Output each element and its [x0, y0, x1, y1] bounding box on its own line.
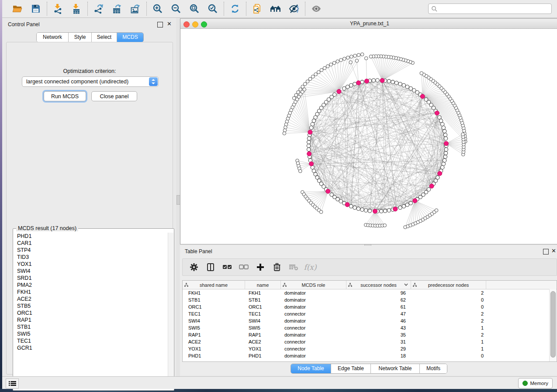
network-node[interactable] — [391, 80, 394, 84]
export-table-icon[interactable] — [111, 3, 123, 14]
network-node[interactable] — [436, 175, 439, 179]
network-node[interactable] — [444, 148, 448, 151]
network-leaf-node[interactable] — [346, 56, 350, 59]
network-node[interactable] — [405, 203, 409, 206]
table-row[interactable]: ACE2ACE2connector311 — [183, 338, 557, 345]
network-node[interactable] — [380, 210, 383, 213]
mcds-hub-node[interactable] — [309, 162, 314, 166]
network-node[interactable] — [314, 116, 317, 119]
network-leaf-node[interactable] — [317, 71, 320, 74]
network-node[interactable] — [443, 158, 446, 162]
zoom-selected-icon[interactable] — [207, 3, 218, 14]
network-leaf-node[interactable] — [360, 53, 364, 56]
close-panel-button[interactable]: Close panel — [91, 91, 137, 101]
tab-style[interactable]: Style — [69, 33, 92, 42]
network-node[interactable] — [307, 140, 311, 144]
network-leaf-node[interactable] — [308, 77, 312, 81]
network-leaf-node[interactable] — [329, 63, 333, 66]
network-node[interactable] — [383, 209, 387, 213]
network-leaf-node[interactable] — [353, 54, 357, 58]
select-all-rows-icon[interactable] — [222, 262, 232, 272]
network-canvas[interactable] — [180, 29, 557, 244]
network-node[interactable] — [339, 199, 343, 203]
mcds-result-item[interactable]: PHD1 — [14, 233, 167, 240]
table-row[interactable]: PHD1PHD1dominator180 — [183, 352, 557, 359]
network-node[interactable] — [360, 80, 364, 84]
mcds-result-item[interactable]: STB5 — [14, 303, 167, 309]
tab-motifs[interactable]: Motifs — [420, 364, 447, 373]
show-columns-icon[interactable] — [205, 262, 216, 272]
network-leaf-node[interactable] — [336, 60, 339, 63]
close-table-panel-icon[interactable]: ✕ — [551, 248, 556, 254]
network-node[interactable] — [438, 116, 441, 119]
column-header-shared-name[interactable]: shared name — [183, 281, 245, 289]
column-header-mcds-role[interactable]: MCDS role — [281, 281, 346, 289]
memory-button[interactable]: Memory — [518, 378, 553, 389]
network-leaf-node[interactable] — [383, 224, 387, 227]
network-leaf-node[interactable] — [306, 80, 309, 83]
mcds-result-item[interactable]: FKH1 — [14, 289, 167, 296]
network-node[interactable] — [402, 204, 405, 208]
mcds-hub-node[interactable] — [435, 111, 439, 115]
network-node[interactable] — [343, 87, 346, 90]
table-row[interactable]: SWI4SWI4dominator462 — [183, 317, 557, 324]
table-row[interactable]: TEC1TEC1connector472 — [183, 310, 557, 317]
network-leaf-node[interactable] — [326, 65, 329, 68]
network-node[interactable] — [398, 206, 402, 209]
network-node[interactable] — [442, 126, 445, 129]
network-node[interactable] — [427, 188, 430, 191]
column-header-successor-nodes[interactable]: successor nodes — [346, 281, 411, 289]
search-input[interactable] — [439, 4, 550, 14]
delete-column-icon[interactable] — [272, 262, 282, 272]
network-leaf-node[interactable] — [332, 61, 336, 65]
function-builder-icon[interactable]: f(x) — [305, 262, 315, 272]
network-node[interactable] — [307, 137, 311, 140]
mcds-result-item[interactable]: SWI4 — [14, 268, 167, 275]
network-node[interactable] — [312, 119, 315, 122]
network-leaf-node[interactable] — [320, 69, 323, 72]
mcds-result-item[interactable]: CAR1 — [14, 240, 167, 247]
mcds-hub-node[interactable] — [364, 79, 369, 83]
mcds-hub-node[interactable] — [307, 151, 311, 156]
network-node[interactable] — [439, 119, 443, 122]
mcds-result-item[interactable]: GCR1 — [14, 344, 167, 351]
first-neighbors-icon[interactable] — [270, 3, 281, 14]
mcds-result-item[interactable]: ACE2 — [14, 296, 167, 303]
table-row[interactable]: STB1STB1dominator620 — [183, 296, 557, 303]
network-leaf-node[interactable] — [339, 58, 343, 62]
deselect-all-rows-icon[interactable] — [239, 262, 249, 272]
zoom-in-icon[interactable] — [152, 3, 163, 14]
table-row[interactable]: FKH1FKH1dominator962 — [183, 289, 557, 296]
network-node[interactable] — [405, 85, 409, 89]
network-node[interactable] — [402, 83, 405, 87]
clone-network-icon[interactable] — [252, 3, 263, 14]
tab-node-table[interactable]: Node Table — [291, 364, 331, 373]
network-node[interactable] — [311, 122, 314, 126]
mcds-hub-node[interactable] — [337, 89, 341, 94]
mcds-result-item[interactable]: PMA2 — [14, 282, 167, 289]
mcds-result-item[interactable]: STP4 — [14, 247, 167, 254]
mcds-result-item[interactable]: YOX1 — [14, 261, 167, 268]
export-network-icon[interactable] — [93, 3, 104, 14]
network-leaf-node[interactable] — [311, 75, 315, 79]
network-node[interactable] — [398, 82, 402, 86]
network-node[interactable] — [349, 204, 353, 208]
network-leaf-node[interactable] — [357, 53, 360, 57]
mcds-result-item[interactable]: SRD1 — [14, 275, 167, 282]
network-node[interactable] — [312, 169, 315, 172]
mcds-list-scrollbar[interactable] — [168, 233, 173, 386]
network-leaf-node[interactable] — [299, 169, 302, 173]
network-leaf-node[interactable] — [369, 55, 373, 58]
mcds-result-item[interactable]: RAP1 — [14, 316, 167, 323]
column-header-predecessor-nodes[interactable]: predecessor nodes — [411, 281, 486, 289]
mcds-hub-node[interactable] — [308, 130, 312, 134]
refresh-layout-icon[interactable] — [229, 3, 241, 14]
network-leaf-node[interactable] — [323, 66, 326, 70]
network-node[interactable] — [394, 81, 398, 85]
mcds-hub-node[interactable] — [420, 94, 425, 99]
mcds-hub-node[interactable] — [438, 171, 442, 175]
task-history-button[interactable] — [6, 378, 19, 389]
network-node[interactable] — [442, 162, 445, 165]
open-file-icon[interactable] — [12, 3, 23, 14]
tab-edge-table[interactable]: Edge Table — [331, 364, 371, 373]
